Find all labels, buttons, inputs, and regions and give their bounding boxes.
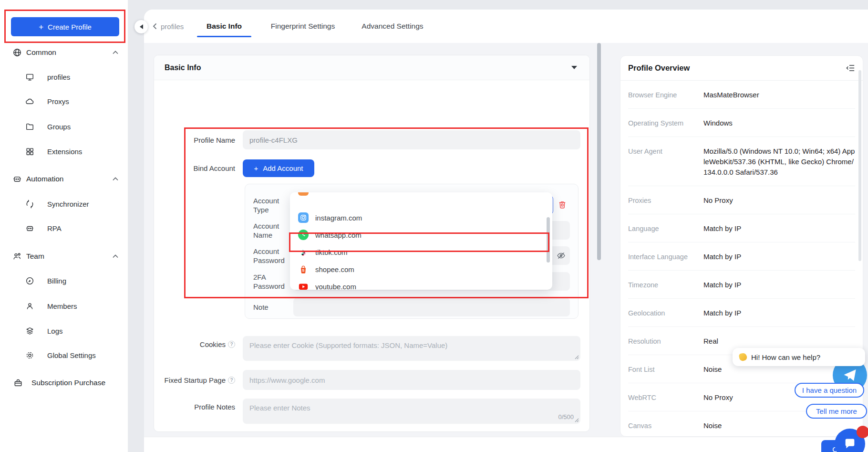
whatsapp-icon — [298, 230, 309, 240]
help-icon[interactable]: ? — [228, 341, 235, 348]
char-counter: 0/500 — [558, 413, 574, 420]
sidebar-group-automation[interactable]: Automation — [0, 171, 128, 187]
basic-info-card-header: Basic Info — [154, 55, 589, 80]
dropdown-option-shopee[interactable]: S shopee.com — [290, 261, 552, 278]
collapse-panel-icon[interactable] — [846, 64, 855, 72]
tab-fingerprint-settings[interactable]: Fingerprint Settings — [267, 10, 339, 43]
fixed-startup-page-label: Fixed Startup Page ? — [154, 370, 235, 390]
sidebar-group-common[interactable]: Common — [0, 44, 128, 61]
person-icon — [25, 302, 34, 311]
triangle-left-icon — [140, 24, 143, 29]
profile-notes-label: Profile Notes — [154, 401, 235, 412]
sidebar-item-members[interactable]: Members — [0, 298, 128, 314]
row-label: User Agent — [628, 146, 703, 178]
folder-icon — [25, 122, 34, 131]
create-profile-label: Create Profile — [48, 23, 92, 31]
sidebar-item-logs[interactable]: Logs — [0, 323, 128, 339]
sidebar-item-proxys[interactable]: Proxys — [0, 93, 128, 109]
row-value: Match by IP — [703, 280, 855, 290]
account-type-dropdown: instagram.com whatsapp.com ♪ tiktok.com … — [290, 192, 552, 290]
notification-badge — [857, 426, 868, 438]
active-tab-underline — [197, 36, 251, 37]
sidebar-collapse-button[interactable] — [134, 20, 148, 33]
cloud-icon — [25, 97, 34, 106]
account-name-label: Account Name — [253, 221, 290, 240]
back-to-profiles-link[interactable]: profiles — [153, 10, 184, 43]
overview-scrollbar-thumb[interactable] — [858, 70, 861, 261]
resize-handle-icon[interactable] — [575, 418, 579, 422]
cookies-textarea[interactable] — [243, 336, 580, 361]
profile-notes-textarea[interactable] — [243, 399, 580, 424]
option-label: shopee.com — [315, 265, 354, 273]
dropdown-option-whatsapp[interactable]: whatsapp.com — [290, 226, 552, 243]
plus-icon: + — [39, 23, 43, 31]
overview-row: Interface LanguageMatch by IP — [628, 242, 855, 271]
profile-notes-wrap: 0/500 — [243, 399, 580, 424]
topbar: profiles Basic Info Fingerprint Settings… — [144, 10, 868, 43]
profile-name-label: Profile Name — [154, 130, 235, 149]
overview-row: TimezoneMatch by IP — [628, 271, 855, 299]
row-label: Geolocation — [628, 308, 703, 318]
dropdown-option-tiktok[interactable]: ♪ tiktok.com — [290, 243, 552, 261]
sidebar-item-extensions[interactable]: Extensions — [0, 143, 128, 159]
layers-icon — [25, 326, 34, 336]
overview-row: LanguageMatch by IP — [628, 214, 855, 242]
sidebar-item-billing[interactable]: Billing — [0, 273, 128, 289]
quick-reply-question-button[interactable]: I have a question — [795, 383, 864, 398]
chat-greeting-text: Hi! How can we help? — [751, 353, 820, 361]
sidebar-item-subscription-purchase[interactable]: Subscription Purchase — [0, 375, 128, 391]
fixed-startup-page-input[interactable] — [243, 370, 580, 390]
option-label: youtube.com — [315, 283, 356, 290]
sidebar-group-team[interactable]: Team — [0, 248, 128, 264]
row-label: Browser Engine — [628, 90, 703, 100]
note-label: Note — [253, 298, 290, 316]
overview-title: Profile Overview — [628, 63, 690, 73]
profile-overview-header: Profile Overview — [620, 56, 863, 81]
sidebar-item-profiles[interactable]: profiles — [0, 69, 128, 85]
sidebar-item-rpa[interactable]: RPA — [0, 220, 128, 236]
instagram-icon — [298, 212, 309, 223]
option-label: instagram.com — [315, 214, 362, 222]
row-label: WebRTC — [628, 392, 703, 403]
sidebar-item-groups[interactable]: Groups — [0, 118, 128, 135]
globe-icon — [12, 48, 22, 57]
account-password-label: Account Password — [253, 246, 290, 265]
eye-off-icon — [556, 251, 566, 261]
sidebar-item-global-settings[interactable]: Global Settings — [0, 347, 128, 363]
sidebar-item-synchronizer[interactable]: Synchronizer — [0, 196, 128, 212]
overview-row: ProxiesNo Proxy — [628, 186, 855, 214]
row-value: No Proxy — [703, 195, 855, 206]
dropdown-option-partial[interactable] — [290, 192, 552, 199]
dropdown-option-instagram[interactable]: instagram.com — [290, 209, 552, 226]
overview-row: User AgentMozilla/5.0 (Windows NT 10.0; … — [628, 137, 855, 186]
delete-account-button[interactable] — [558, 200, 567, 210]
chevron-up-icon — [113, 177, 118, 181]
tab-advanced-settings[interactable]: Advanced Settings — [359, 10, 426, 43]
toggle-password-visibility-button[interactable] — [556, 251, 566, 261]
footer-bar — [144, 437, 868, 452]
dropdown-option-youtube[interactable]: youtube.com — [290, 278, 552, 290]
sidebar-item-label: Logs — [47, 327, 63, 335]
dropdown-scrollbar-thumb[interactable] — [547, 217, 550, 263]
shopee-icon: S — [298, 264, 309, 274]
sidebar-item-label: Members — [47, 302, 77, 310]
content-scrollbar-thumb[interactable] — [597, 43, 601, 260]
row-label: Font List — [628, 364, 703, 375]
sidebar-group-label: Team — [26, 252, 44, 261]
tab-basic-info[interactable]: Basic Info — [196, 10, 252, 43]
collapse-section-icon[interactable] — [571, 66, 577, 69]
note-input[interactable] — [293, 298, 570, 316]
chat-greeting-bubble: Hi! How can we help? — [733, 348, 865, 366]
profile-name-input[interactable] — [243, 130, 580, 149]
quick-reply-tell-me-more-button[interactable]: Tell me more — [806, 404, 867, 419]
add-account-button[interactable]: + Add Account — [243, 159, 314, 177]
robot-icon — [12, 174, 22, 184]
clipped-brand-icon — [298, 192, 309, 196]
create-profile-button[interactable]: + Create Profile — [11, 17, 119, 36]
help-icon[interactable]: ? — [228, 377, 235, 384]
sidebar-item-label: Global Settings — [47, 351, 96, 359]
row-label: Operating System — [628, 118, 703, 128]
robot-icon — [25, 224, 34, 233]
sidebar-item-label: profiles — [47, 73, 70, 81]
back-label: profiles — [161, 22, 184, 31]
